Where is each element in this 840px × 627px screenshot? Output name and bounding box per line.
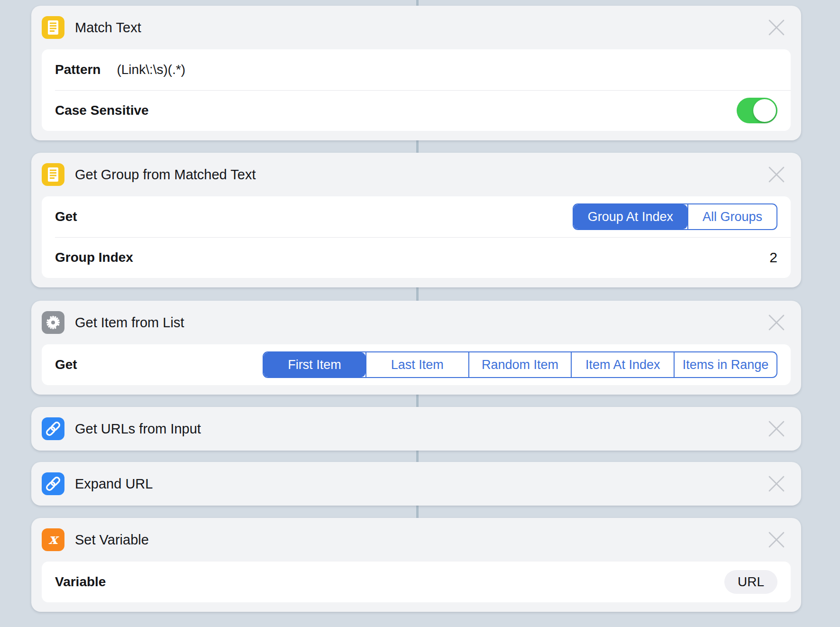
close-icon[interactable]	[766, 164, 787, 185]
action-card-get-group: Get Group from Matched Text Get Group At…	[31, 153, 801, 287]
card-body: Get First Item Last Item Random Item Ite…	[42, 344, 791, 385]
segment-items-in-range[interactable]: Items in Range	[674, 352, 776, 377]
action-card-get-item-from-list: Get Item from List Get First Item Last I…	[31, 301, 801, 395]
action-card-set-variable: x Set Variable Variable URL	[31, 518, 801, 612]
variable-label: Variable	[55, 574, 106, 590]
action-title: Set Variable	[75, 532, 149, 548]
case-sensitive-row: Case Sensitive	[42, 90, 791, 131]
pattern-input[interactable]: (Link\:\s)(.*)	[117, 62, 185, 77]
get-item-mode-row: Get First Item Last Item Random Item Ite…	[42, 344, 791, 385]
toggle-knob	[753, 99, 776, 122]
group-index-label: Group Index	[55, 250, 133, 265]
segment-all-groups[interactable]: All Groups	[687, 204, 776, 229]
card-header: x Set Variable	[31, 518, 801, 562]
pattern-row: Pattern (Link\:\s)(.*)	[42, 49, 791, 90]
variable-x-icon: x	[42, 528, 64, 551]
action-title: Get Group from Matched Text	[75, 167, 256, 183]
close-icon[interactable]	[766, 418, 787, 439]
card-header: Match Text	[31, 6, 801, 49]
gear-icon	[42, 311, 64, 334]
get-mode-row: Get Group At Index All Groups	[42, 196, 791, 237]
card-body: Pattern (Link\:\s)(.*) Case Sensitive	[42, 49, 791, 131]
link-icon	[42, 417, 64, 440]
action-title: Match Text	[75, 20, 141, 36]
segment-first-item[interactable]: First Item	[264, 352, 365, 377]
card-header: Expand URL	[31, 462, 801, 506]
group-index-value[interactable]: 2	[769, 249, 777, 266]
card-header: Get Group from Matched Text	[31, 153, 801, 196]
text-document-icon	[42, 16, 64, 39]
segment-item-at-index[interactable]: Item At Index	[571, 352, 674, 377]
case-sensitive-label: Case Sensitive	[55, 103, 149, 118]
get-label: Get	[55, 209, 77, 224]
close-icon[interactable]	[766, 17, 787, 38]
action-card-match-text: Match Text Pattern (Link\:\s)(.*) Case S…	[31, 6, 801, 140]
text-document-icon	[42, 163, 64, 186]
variable-row: Variable URL	[42, 562, 791, 602]
case-sensitive-toggle[interactable]	[737, 98, 777, 123]
card-body: Variable URL	[42, 562, 791, 602]
segment-last-item[interactable]: Last Item	[365, 352, 468, 377]
action-title: Get Item from List	[75, 315, 184, 331]
group-index-row: Group Index 2	[42, 237, 791, 278]
item-mode-segmented-control: First Item Last Item Random Item Item At…	[263, 351, 777, 378]
card-header: Get Item from List	[31, 301, 801, 344]
get-label: Get	[55, 357, 77, 372]
link-icon	[42, 472, 64, 495]
card-body: Get Group At Index All Groups Group Inde…	[42, 196, 791, 278]
action-card-expand-url: Expand URL	[31, 462, 801, 506]
close-icon[interactable]	[766, 529, 787, 550]
action-card-get-urls: Get URLs from Input	[31, 407, 801, 451]
get-mode-segmented-control: Group At Index All Groups	[573, 203, 777, 230]
pattern-label: Pattern	[55, 62, 100, 77]
close-icon[interactable]	[766, 312, 787, 333]
card-header: Get URLs from Input	[31, 407, 801, 451]
close-icon[interactable]	[766, 473, 787, 494]
variable-value-pill[interactable]: URL	[724, 570, 777, 594]
segment-random-item[interactable]: Random Item	[468, 352, 571, 377]
action-title: Get URLs from Input	[75, 421, 201, 437]
action-title: Expand URL	[75, 476, 153, 492]
segment-group-at-index[interactable]: Group At Index	[574, 204, 687, 229]
variable-x-glyph: x	[49, 532, 57, 548]
